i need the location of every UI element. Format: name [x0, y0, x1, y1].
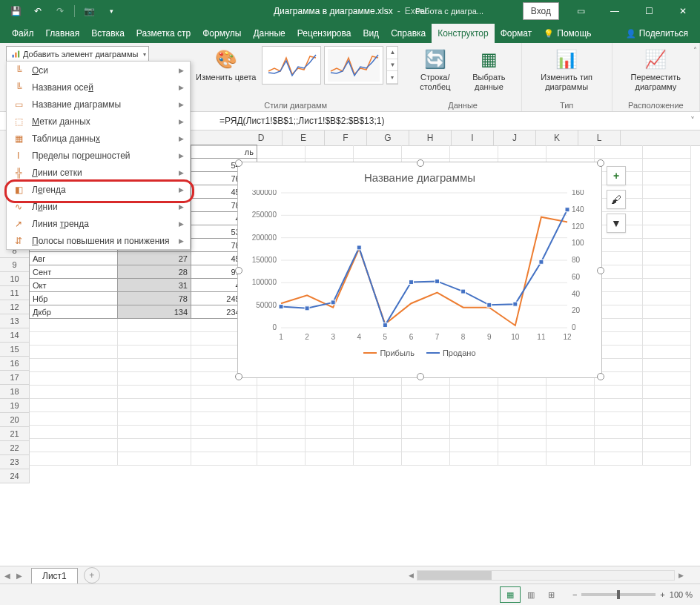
chart-tools-label: Работа с диагра... [415, 7, 483, 16]
document-name: Диаграмма в диаграмме.xlsx [274, 6, 393, 16]
zoom-level[interactable]: 100 % [670, 590, 693, 599]
menu-axis-titles[interactable]: ╚Названия осей▶ [7, 79, 190, 96]
svg-text:80: 80 [572, 256, 581, 264]
save-icon[interactable]: 💾 [6, 1, 25, 21]
switch-icon: 🔄 [423, 47, 447, 71]
tab-file[interactable]: Файл [6, 24, 40, 43]
svg-text:7: 7 [435, 333, 440, 341]
styles-group-label: Стили диаграмм [264, 99, 327, 110]
col-header[interactable]: I [452, 130, 494, 145]
menu-legend[interactable]: ◧Легенда▶ [7, 181, 190, 198]
chart-styles-button[interactable]: 🖌 [607, 190, 626, 209]
select-data-icon: ▦ [477, 47, 501, 71]
ribbon-tabs: Файл Главная Вставка Разметка стр Формул… [0, 22, 700, 43]
col-header[interactable]: K [536, 130, 578, 145]
chart-title-icon: ▭ [13, 99, 24, 110]
svg-text:6: 6 [409, 333, 414, 341]
ribbon-display-icon[interactable]: ▭ [564, 0, 598, 22]
zoom-control[interactable]: − + 100 % [572, 590, 693, 599]
tab-help[interactable]: Справка [385, 24, 432, 43]
menu-axes[interactable]: ╚Оси▶ [7, 62, 190, 79]
location-group-label: Расположение [628, 99, 684, 110]
collapse-ribbon-icon[interactable]: ˄ [693, 46, 697, 54]
tab-view[interactable]: Вид [357, 24, 385, 43]
view-buttons[interactable]: ▦ ▥ ⊞ [500, 586, 562, 603]
svg-rect-45 [435, 279, 440, 283]
svg-text:100: 100 [572, 239, 584, 247]
tab-insert[interactable]: Вставка [85, 24, 131, 43]
gallery-scroll[interactable]: ▲▼▾ [386, 46, 398, 85]
expand-formula-icon[interactable]: ˅ [685, 116, 700, 126]
svg-text:150000: 150000 [252, 256, 277, 264]
formula-input[interactable]: =РЯД(Лист1!$B$1;;Лист1!$B$2:$B$13;1) [215, 116, 685, 126]
tab-design[interactable]: Конструктор [432, 24, 494, 43]
menu-lines[interactable]: ∿Линии▶ [7, 198, 190, 215]
chart-object[interactable]: Название диаграммы 050000100000150000200… [237, 162, 602, 378]
menu-updown-bars[interactable]: ⇵Полосы повышения и понижения▶ [7, 232, 190, 249]
window-title: Диаграмма в диаграмме.xlsx - Excel [274, 6, 426, 16]
menu-data-table[interactable]: ▦Таблица данных▶ [7, 130, 190, 147]
page-break-icon[interactable]: ⊞ [541, 586, 562, 603]
sheet-tab[interactable]: Лист1 [31, 568, 78, 583]
menu-trendline[interactable]: ↗Линия тренда▶ [7, 215, 190, 232]
col-header[interactable]: H [409, 130, 452, 145]
chart-title[interactable]: Название диаграммы [244, 168, 595, 190]
chart-filter-button[interactable]: ▼ [607, 214, 626, 233]
menu-error-bars[interactable]: ⅠПределы погрешностей▶ [7, 147, 190, 164]
style-thumb-1[interactable] [262, 46, 321, 85]
svg-rect-41 [331, 300, 335, 305]
tab-layout[interactable]: Разметка стр [131, 24, 197, 43]
svg-text:2: 2 [305, 333, 309, 341]
chart-legend[interactable]: Прибыль Продано [244, 346, 595, 357]
col-header[interactable]: G [367, 130, 409, 145]
normal-view-icon[interactable]: ▦ [500, 586, 521, 603]
tab-home[interactable]: Главная [40, 24, 86, 43]
switch-row-col-button[interactable]: 🔄Строка/столбец [410, 46, 460, 93]
zoom-out-icon[interactable]: − [572, 590, 577, 599]
type-group-label: Тип [560, 99, 573, 110]
maximize-icon[interactable]: ☐ [632, 0, 666, 22]
redo-icon[interactable]: ↷ [50, 1, 70, 21]
camera-icon[interactable]: 📷 [79, 1, 99, 21]
menu-chart-title[interactable]: ▭Название диаграммы▶ [7, 96, 190, 113]
share-button[interactable]: Поделиться [620, 24, 694, 43]
change-chart-type-button[interactable]: 📊Изменить тип диаграммы [528, 46, 606, 93]
svg-rect-46 [461, 289, 466, 294]
sheet-nav[interactable]: ◀▶ [0, 572, 27, 580]
tab-data[interactable]: Данные [247, 24, 291, 43]
col-header[interactable]: D [240, 130, 283, 145]
col-header[interactable]: F [325, 130, 367, 145]
style-thumb-2[interactable] [324, 46, 383, 85]
undo-icon[interactable]: ↶ [28, 1, 47, 21]
tell-me[interactable]: Помощь [538, 24, 597, 43]
change-colors-icon: 🎨 [214, 47, 238, 71]
tab-review[interactable]: Рецензирова [291, 24, 357, 43]
menu-gridlines[interactable]: ╬Линии сетки▶ [7, 164, 190, 181]
chart-plot-area[interactable]: 0500001000001500002000002500003000000204… [244, 190, 592, 346]
svg-rect-43 [383, 323, 387, 328]
move-chart-button[interactable]: 📈Переместить диаграмму [618, 46, 693, 93]
svg-text:100000: 100000 [252, 278, 277, 286]
close-icon[interactable]: ✕ [666, 0, 700, 22]
minimize-icon[interactable]: — [598, 0, 632, 22]
col-header[interactable]: L [578, 130, 621, 145]
zoom-in-icon[interactable]: + [660, 590, 664, 599]
qat-dropdown-icon[interactable]: ▾ [102, 1, 121, 21]
add-sheet-button[interactable]: + [84, 567, 100, 583]
chart-elements-button[interactable]: + [607, 166, 626, 185]
chart-styles-gallery[interactable]: ▲▼▾ [262, 46, 398, 85]
data-table-icon: ▦ [13, 133, 24, 145]
col-header[interactable]: J [494, 130, 536, 145]
tab-formulas[interactable]: Формулы [197, 24, 247, 43]
tab-format[interactable]: Формат [495, 24, 538, 43]
horizontal-scrollbar[interactable]: ◀▶ [405, 569, 687, 581]
col-header[interactable]: E [283, 130, 325, 145]
zoom-slider[interactable] [581, 593, 656, 596]
login-button[interactable]: Вход [523, 2, 559, 20]
svg-text:1: 1 [279, 333, 283, 341]
data-labels-icon: ⬚ [13, 116, 24, 128]
page-layout-icon[interactable]: ▥ [521, 586, 541, 603]
select-data-button[interactable]: ▦Выбрать данные [463, 46, 515, 93]
menu-data-labels[interactable]: ⬚Метки данных▶ [7, 113, 190, 130]
change-colors-button[interactable]: 🎨 Изменить цвета [193, 46, 259, 84]
